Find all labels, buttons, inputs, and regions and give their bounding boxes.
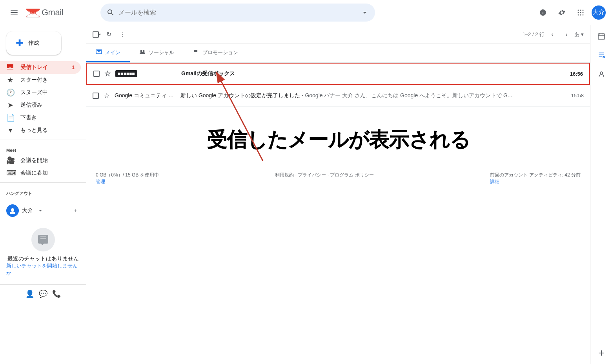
select-all-checkbox[interactable]: ▾ — [93, 31, 101, 38]
email-row-2[interactable]: ☆ Google コミュニティ チ... 新しい Google アカウントの設定… — [86, 85, 590, 107]
svg-point-11 — [583, 12, 584, 13]
right-add-icon[interactable] — [594, 345, 609, 361]
sidebar: ✚ 作成 受信トレイ 1 ★ スター付き 🕐 スヌーズ中 ➤ 送信済み 📄 下書… — [0, 25, 86, 364]
svg-point-15 — [11, 208, 14, 211]
header-right: 大介 — [535, 5, 606, 20]
display-settings-button[interactable]: あ ▾ — [574, 31, 584, 38]
tab-promotions[interactable]: プロモーション — [184, 44, 248, 62]
details-link[interactable]: 詳細 — [490, 179, 499, 184]
search-wrapper[interactable] — [100, 4, 375, 22]
sidebar-item-sent[interactable]: ➤ 送信済み — [0, 99, 81, 111]
phone-icon[interactable]: 📞 — [52, 289, 61, 298]
help-button[interactable] — [535, 5, 551, 20]
svg-point-22 — [600, 72, 603, 74]
prev-page-button[interactable]: ‹ — [546, 28, 559, 41]
right-sidebar — [590, 25, 612, 364]
email-1-checkbox[interactable] — [93, 71, 100, 77]
svg-rect-20 — [598, 34, 605, 39]
email-1-sender: ■■■■■■ — [115, 70, 178, 77]
sidebar-item-more[interactable]: ▾ もっと見る — [0, 124, 81, 136]
add-person-icon[interactable]: 👤 — [26, 289, 34, 298]
next-page-button[interactable]: › — [560, 28, 573, 41]
email-2-preview: - Google バナー 大介 さん、こんにちは Google へようこそ。新し… — [302, 92, 512, 98]
email-1-sender-block: ■■■■■■ — [115, 70, 137, 77]
right-sidebar-add[interactable] — [594, 345, 609, 361]
gmail-logo: Gmail — [26, 7, 63, 18]
sidebar-item-join-meeting[interactable]: ⌨ 会議に参加 — [0, 167, 81, 179]
sidebar-divider-1 — [0, 140, 86, 140]
svg-rect-0 — [11, 10, 18, 11]
start-meeting-label: 会議を開始 — [20, 157, 75, 164]
right-calendar-icon[interactable] — [594, 28, 609, 44]
inbox-label: 受信トレイ — [20, 64, 66, 71]
compose-button[interactable]: ✚ 作成 — [6, 31, 61, 55]
header-left: Gmail — [6, 5, 93, 20]
footer-links: 利用規約 · プライバシー · プログラム ポリシー — [275, 172, 373, 178]
sidebar-footer: 👤 💬 📞 — [0, 284, 86, 303]
tab-social[interactable]: ソーシャル — [130, 44, 184, 62]
email-1-star[interactable]: ☆ — [104, 69, 111, 78]
sidebar-item-drafts[interactable]: 📄 下書き — [0, 111, 81, 124]
select-checkbox[interactable] — [93, 31, 99, 38]
annotation-text: 受信したメールが表示される — [207, 126, 470, 154]
tab-main[interactable]: メイン — [86, 44, 130, 62]
svg-rect-2 — [11, 15, 18, 15]
sidebar-item-start-meeting[interactable]: 🎥 会議を開始 — [0, 154, 81, 167]
email-2-sender: Google コミュニティ チ... — [115, 92, 177, 99]
hangouts-avatar — [6, 204, 19, 217]
more-actions-button[interactable]: ⋮ — [117, 28, 129, 41]
content: ▾ ↻ ⋮ 1–2 / 2 行 ‹ › あ ▾ メイン — [86, 25, 590, 364]
select-dropdown-icon[interactable]: ▾ — [99, 32, 101, 36]
toolbar: ▾ ↻ ⋮ 1–2 / 2 行 ‹ › あ ▾ — [86, 25, 590, 44]
send-icon: ➤ — [6, 101, 14, 109]
email-2-checkbox[interactable] — [93, 93, 99, 99]
sidebar-item-inbox[interactable]: 受信トレイ 1 — [0, 61, 81, 74]
starred-label: スター付き — [20, 76, 75, 84]
social-tab-icon — [139, 49, 146, 56]
avatar[interactable]: 大介 — [592, 5, 606, 20]
sidebar-item-starred[interactable]: ★ スター付き — [0, 74, 81, 86]
hangouts-username: 大介 — [22, 207, 33, 214]
manage-link[interactable]: 管理 — [96, 179, 105, 184]
svg-point-6 — [578, 9, 579, 11]
toolbar-left: ▾ ↻ ⋮ — [93, 28, 129, 41]
hangouts-section: 大介 + 最近のチャットはありません 新しいチャットを開始しませんか — [0, 198, 86, 284]
clock-icon: 🕐 — [6, 88, 14, 97]
sidebar-divider-2 — [0, 182, 86, 183]
video-icon: 🎥 — [6, 156, 14, 165]
email-1-subject-preview: Gmailの受信ボックス — [181, 70, 564, 77]
hangouts-user[interactable]: 大介 + — [6, 201, 80, 220]
email-row-1[interactable]: ☆ ■■■■■■ Gmailの受信ボックス 16:56 — [86, 63, 590, 85]
sidebar-item-snoozed[interactable]: 🕐 スヌーズ中 — [0, 86, 81, 99]
inbox-icon — [6, 63, 14, 72]
menu-icon[interactable] — [6, 5, 22, 20]
svg-point-12 — [578, 14, 579, 15]
chat-bubble-icon[interactable]: 💬 — [39, 289, 47, 298]
hangouts-add-button[interactable]: + — [71, 206, 80, 215]
right-tasks-icon[interactable] — [594, 47, 609, 63]
search-input[interactable] — [118, 9, 357, 16]
hangouts-placeholder-icon — [31, 228, 55, 251]
promotions-tab-icon — [193, 49, 199, 56]
svg-rect-1 — [11, 12, 18, 13]
storage-text: 0 GB（0%）/ 15 GB を使用中 — [96, 172, 159, 178]
tabs: メイン ソーシャル プロモーション — [86, 44, 590, 63]
hangouts-section-title: ハングアウト — [0, 186, 86, 198]
refresh-button[interactable]: ↻ — [102, 28, 115, 41]
search-dropdown-icon[interactable] — [361, 9, 369, 16]
svg-point-10 — [580, 12, 581, 13]
email-list-container: ☆ ■■■■■■ Gmailの受信ボックス 16:56 ☆ Google コミュ… — [86, 63, 590, 107]
email-2-star[interactable]: ☆ — [104, 91, 110, 100]
gmail-m-icon — [26, 7, 40, 18]
main-layout: ✚ 作成 受信トレイ 1 ★ スター付き 🕐 スヌーズ中 ➤ 送信済み 📄 下書… — [0, 25, 612, 364]
apps-button[interactable] — [573, 5, 588, 20]
last-activity: 前回のアカウント アクティビティ: 42 分前 詳細 — [490, 172, 581, 185]
hangouts-start-chat-link[interactable]: 新しいチャットを開始しませんか — [6, 262, 80, 277]
right-contacts-icon[interactable] — [594, 66, 609, 82]
promotions-tab-label: プロモーション — [202, 49, 238, 56]
main-tab-icon — [96, 49, 102, 56]
meet-section-title: Meet — [0, 143, 86, 154]
settings-button[interactable] — [554, 5, 570, 20]
toolbar-right: 1–2 / 2 行 ‹ › あ ▾ — [523, 28, 584, 41]
search-icon — [107, 9, 115, 16]
